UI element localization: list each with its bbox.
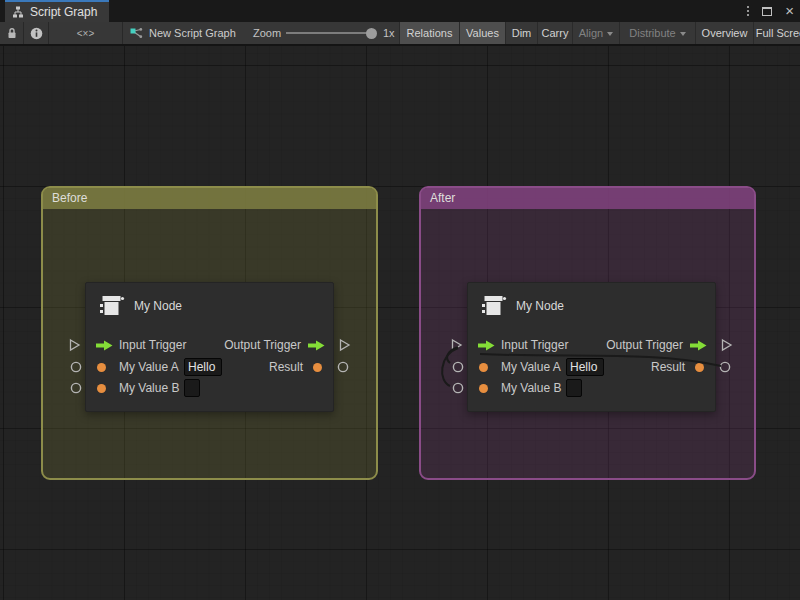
group-after-header[interactable]: After: [421, 188, 754, 209]
group-after-title: After: [430, 191, 455, 205]
toolbar-button-overview[interactable]: Overview: [695, 22, 753, 44]
toolbar-toggle-values[interactable]: Values: [459, 22, 505, 44]
input-trigger-port-icon[interactable]: [478, 340, 495, 351]
node-my-node-after[interactable]: My Node Input Trigger Output Trigger My …: [467, 282, 716, 412]
value-a-input[interactable]: [184, 358, 222, 376]
input-trigger-label: Input Trigger: [501, 338, 568, 352]
toolbar: <×> New Script Graph Zoom 1x Relations V…: [0, 22, 800, 44]
group-result-port[interactable]: [337, 361, 349, 373]
input-trigger-port-icon[interactable]: [96, 340, 113, 351]
info-button[interactable]: [24, 22, 48, 44]
input-trigger-label: Input Trigger: [119, 338, 186, 352]
value-a-port-icon[interactable]: [479, 363, 488, 372]
output-trigger-port-icon[interactable]: [308, 340, 325, 351]
group-value-port[interactable]: [452, 382, 464, 394]
close-icon[interactable]: ×: [785, 6, 794, 16]
value-a-label: My Value A: [501, 360, 561, 374]
group-input-trigger-port[interactable]: [68, 338, 81, 352]
node-title: My Node: [134, 299, 182, 313]
result-port-icon[interactable]: [695, 363, 704, 372]
zoom-value: 1x: [383, 22, 395, 44]
output-trigger-label: Output Trigger: [224, 338, 301, 352]
group-output-trigger-port[interactable]: [720, 338, 733, 352]
group-value-port[interactable]: [452, 361, 464, 373]
script-graph-window: Script Graph × <×>: [0, 0, 800, 600]
group-before-title: Before: [52, 191, 87, 205]
tab-bar: Script Graph ×: [0, 0, 800, 22]
toolbar-toggle-carry[interactable]: Carry: [537, 22, 572, 44]
group-input-trigger-port[interactable]: [450, 338, 463, 352]
new-script-graph-label: New Script Graph: [149, 27, 236, 39]
group-value-port[interactable]: [70, 361, 82, 373]
unit-icon: [98, 291, 125, 321]
value-b-input[interactable]: [184, 379, 200, 397]
zoom-slider-track[interactable]: [286, 32, 372, 34]
tab-title: Script Graph: [30, 5, 97, 19]
tab-script-graph[interactable]: Script Graph: [5, 0, 109, 22]
toolbar-dropdown-distribute[interactable]: Distribute: [619, 22, 695, 44]
chevron-down-icon: [680, 32, 686, 36]
zoom-label: Zoom: [253, 22, 281, 44]
output-trigger-label: Output Trigger: [606, 338, 683, 352]
more-options-icon[interactable]: [747, 6, 749, 16]
result-port-icon[interactable]: [313, 363, 322, 372]
value-a-port-icon[interactable]: [97, 363, 106, 372]
result-label: Result: [651, 360, 685, 374]
group-value-port[interactable]: [70, 382, 82, 394]
chevron-down-icon: [607, 32, 613, 36]
zoom-slider-handle[interactable]: [366, 28, 377, 39]
node-title: My Node: [516, 299, 564, 313]
script-graph-asset-icon: [130, 27, 143, 40]
value-b-label: My Value B: [501, 381, 561, 395]
toolbar-toggle-relations[interactable]: Relations: [399, 22, 459, 44]
unit-icon: [480, 291, 507, 321]
group-output-trigger-port[interactable]: [338, 338, 351, 352]
code-icon: <×>: [77, 28, 95, 39]
toolbar-dropdown-align[interactable]: Align: [572, 22, 619, 44]
new-script-graph-button[interactable]: New Script Graph: [130, 22, 236, 44]
toolbar-toggle-dim[interactable]: Dim: [505, 22, 537, 44]
value-a-label: My Value A: [119, 360, 179, 374]
value-a-input[interactable]: [566, 358, 604, 376]
lock-button[interactable]: [0, 22, 23, 44]
output-trigger-port-icon[interactable]: [690, 340, 707, 351]
graph-canvas[interactable]: Before After My Node Inpu: [0, 46, 800, 600]
value-b-port-icon[interactable]: [97, 384, 106, 393]
code-view-button[interactable]: <×>: [49, 22, 122, 44]
group-result-port[interactable]: [719, 361, 731, 373]
lock-icon: [7, 27, 17, 39]
group-before-header[interactable]: Before: [43, 188, 376, 209]
value-b-port-icon[interactable]: [479, 384, 488, 393]
result-label: Result: [269, 360, 303, 374]
toolbar-button-fullscreen[interactable]: Full Screen: [753, 22, 800, 44]
node-my-node-before[interactable]: My Node Input Trigger Output Trigger My …: [85, 282, 334, 412]
value-b-input[interactable]: [566, 379, 582, 397]
graph-icon: [12, 6, 24, 18]
info-icon: [30, 27, 43, 40]
maximize-icon[interactable]: [762, 7, 772, 16]
value-b-label: My Value B: [119, 381, 179, 395]
